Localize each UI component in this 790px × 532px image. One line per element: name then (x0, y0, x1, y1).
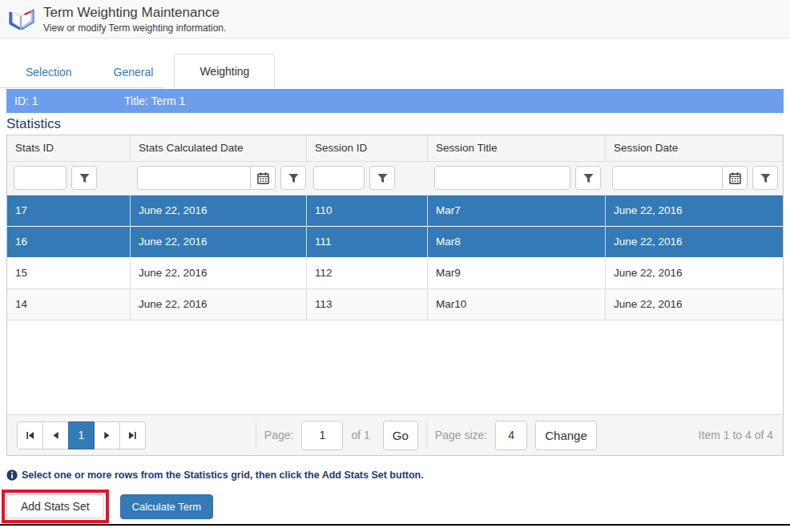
session-id-filter-button[interactable] (369, 166, 395, 190)
column-header-session-date[interactable]: Session Date (606, 135, 783, 161)
column-header-session-id[interactable]: Session ID (307, 135, 428, 161)
cell-session-title: Mar10 (428, 289, 606, 320)
stats-calculated-date-filter-input[interactable] (137, 166, 251, 190)
next-page-button[interactable] (94, 421, 120, 449)
last-page-icon (128, 431, 137, 440)
pager-divider (426, 421, 427, 449)
cell-session-id: 110 (307, 195, 428, 226)
funnel-icon (760, 173, 771, 183)
tab-strip: Selection General Weighting (0, 38, 790, 88)
cell-stats-calculated-date: June 22, 2016 (131, 258, 307, 288)
funnel-icon (79, 173, 90, 183)
tab-strip-underline (0, 87, 165, 88)
next-page-icon (103, 431, 111, 440)
stats-calculated-date-filter-button[interactable] (280, 166, 306, 190)
funnel-icon (377, 173, 388, 183)
last-page-button[interactable] (119, 421, 146, 449)
cell-stats-id: 16 (7, 227, 131, 257)
record-bar: ID: 1 Title: Term 1 (6, 89, 784, 113)
calendar-icon (729, 172, 741, 184)
statistics-grid: Stats ID Stats Calculated Date Session I… (6, 135, 784, 456)
app-header: Term Weighting Maintenance View or modif… (0, 0, 790, 38)
add-stats-set-button[interactable]: Add Stats Set (6, 494, 104, 518)
page-label: Page: (264, 429, 294, 441)
cell-session-date: June 22, 2016 (606, 258, 783, 288)
grid-header-row: Stats ID Stats Calculated Date Session I… (7, 135, 783, 162)
column-header-session-title[interactable]: Session Title (428, 135, 606, 161)
page-size-input[interactable] (495, 421, 527, 450)
tab-weighting[interactable]: Weighting (174, 54, 275, 88)
cell-session-title: Mar9 (428, 258, 606, 288)
open-book-icon (8, 7, 35, 31)
change-button[interactable]: Change (535, 421, 597, 450)
cell-stats-id: 17 (7, 195, 131, 226)
grid-empty-area (7, 320, 783, 414)
go-button[interactable]: Go (383, 421, 418, 450)
grid-filter-row (7, 162, 783, 195)
bottom-border-line (0, 524, 790, 526)
first-page-button[interactable] (17, 421, 43, 449)
cell-session-date: June 22, 2016 (606, 227, 783, 257)
table-row[interactable]: 16 June 22, 2016 111 Mar8 June 22, 2016 (7, 227, 783, 258)
pager-nav: 1 (17, 421, 146, 449)
table-row[interactable]: 14 June 22, 2016 113 Mar10 June 22, 2016 (7, 289, 783, 320)
cell-stats-id: 15 (7, 258, 131, 288)
funnel-icon (583, 173, 594, 183)
tab-general[interactable]: General (93, 56, 175, 88)
funnel-icon (288, 173, 299, 183)
cell-stats-id: 14 (7, 289, 131, 320)
session-date-picker-button[interactable] (722, 166, 748, 190)
table-row[interactable]: 17 June 22, 2016 110 Mar7 June 22, 2016 (7, 195, 783, 227)
calendar-icon (257, 172, 269, 184)
session-id-filter-input[interactable] (313, 166, 365, 190)
page-size-label: Page size: (435, 429, 487, 441)
page-number-input[interactable] (301, 421, 343, 450)
calculate-term-button[interactable]: Calculate Term (120, 494, 213, 519)
cell-session-id: 112 (307, 258, 428, 288)
session-date-filter-button[interactable] (752, 166, 778, 190)
item-range-status: Item 1 to 4 of 4 (699, 429, 773, 441)
stats-calculated-date-picker-button[interactable] (250, 166, 276, 190)
highlight-annotation: Add Stats Set (2, 490, 109, 523)
stats-id-filter-input[interactable] (14, 166, 67, 190)
cell-stats-calculated-date: June 22, 2016 (131, 289, 307, 320)
session-title-filter-button[interactable] (575, 166, 601, 190)
section-title: Statistics (6, 116, 790, 132)
cell-session-id: 113 (307, 289, 428, 320)
session-date-filter-input[interactable] (612, 166, 723, 190)
grid-pager: 1 Page: of 1 Go Page size: Change Item 1… (7, 414, 783, 455)
cell-stats-calculated-date: June 22, 2016 (131, 227, 307, 257)
table-row[interactable]: 15 June 22, 2016 112 Mar9 June 22, 2016 (7, 258, 783, 289)
pager-divider (256, 421, 256, 449)
pager-controls: Page: of 1 Go Page size: Change (248, 421, 597, 450)
first-page-icon (26, 431, 34, 440)
column-header-stats-id[interactable]: Stats ID (7, 135, 131, 161)
cell-session-title: Mar8 (428, 227, 606, 257)
previous-page-button[interactable] (42, 421, 69, 449)
cell-session-title: Mar7 (428, 195, 606, 226)
page-1-button[interactable]: 1 (68, 421, 95, 449)
column-header-stats-calculated-date[interactable]: Stats Calculated Date (131, 135, 307, 161)
record-id: ID: 1 (6, 95, 124, 107)
info-icon (6, 470, 18, 481)
tab-selection[interactable]: Selection (5, 56, 93, 88)
page-of-label: of 1 (351, 429, 369, 441)
page-title: Term Weighting Maintenance (43, 5, 226, 21)
cell-session-date: June 22, 2016 (606, 289, 783, 320)
previous-page-icon (51, 431, 60, 440)
info-message-text: Select one or more rows from the Statist… (22, 470, 424, 481)
record-title: Title: Term 1 (124, 95, 185, 107)
info-message: Select one or more rows from the Statist… (6, 470, 784, 481)
cell-session-id: 111 (307, 227, 428, 257)
cell-stats-calculated-date: June 22, 2016 (131, 195, 307, 226)
page-subtitle: View or modify Term weighting informatio… (43, 22, 226, 34)
action-bar: Add Stats Set Calculate Term (6, 490, 784, 523)
stats-id-filter-button[interactable] (71, 166, 97, 190)
cell-session-date: June 22, 2016 (606, 195, 783, 226)
session-title-filter-input[interactable] (434, 166, 570, 190)
